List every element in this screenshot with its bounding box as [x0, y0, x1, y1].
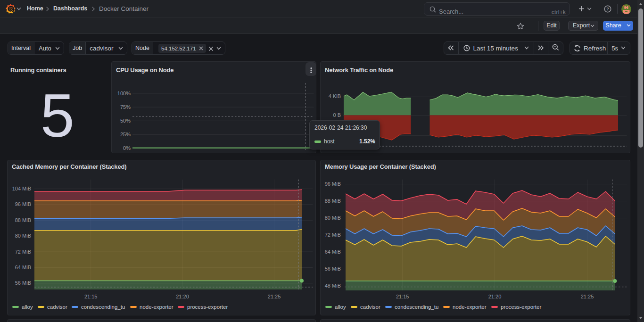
- svg-text:?: ?: [606, 7, 609, 11]
